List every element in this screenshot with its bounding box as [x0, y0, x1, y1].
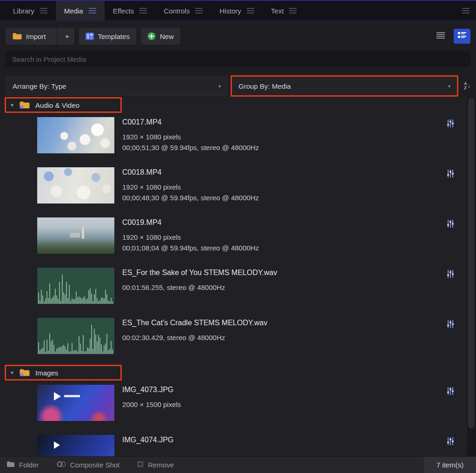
new-button[interactable]: New	[141, 28, 180, 45]
media-thumbnail[interactable]	[37, 268, 114, 304]
media-detail: 00;00;48;30 @ 59.94fps, stereo @ 48000Hz	[122, 192, 259, 203]
clip-settings-icon[interactable]	[447, 387, 454, 397]
clip-settings-icon[interactable]	[447, 320, 454, 330]
media-thumbnail[interactable]	[37, 217, 114, 254]
tab-menu-icon[interactable]	[289, 8, 297, 13]
group-by-dropdown[interactable]: Group By: Media ▾	[231, 76, 457, 96]
group-header-audio-video[interactable]: ▾ Audio & Video	[0, 97, 467, 113]
clip-settings-icon[interactable]	[447, 169, 454, 180]
panel-tab-bar: LibraryMediaEffectsControlsHistoryText	[0, 0, 476, 21]
group-label: Audio & Video	[35, 101, 79, 109]
media-meta: C0017.MP41920 × 1080 pixels00;00;51;30 @…	[122, 117, 259, 164]
group-label: Images	[35, 369, 58, 377]
group-header-images[interactable]: ▾ Images	[0, 364, 467, 381]
media-item-es-the-cat-s-cradle-stems-melody-wav[interactable]: ES_The Cat's Cradle STEMS MELODY.wav00:0…	[0, 314, 467, 364]
annotation-box-audio-video: ▾ Audio & Video	[5, 97, 122, 113]
chevron-down-icon: ▾	[218, 84, 221, 89]
clip-settings-icon[interactable]	[447, 119, 454, 130]
group-folder-icon	[19, 101, 30, 109]
clip-settings-icon[interactable]	[447, 437, 454, 447]
media-item-img-4074-jpg[interactable]: IMG_4074.JPG	[0, 431, 467, 456]
tab-history[interactable]: History	[211, 1, 263, 20]
disclosure-triangle-icon[interactable]: ▾	[11, 102, 13, 108]
sort-az-button[interactable]: AZ ↓	[461, 76, 473, 96]
scrollbar[interactable]	[467, 97, 476, 456]
media-name: C0017.MP4	[122, 118, 259, 126]
media-thumbnail[interactable]	[37, 167, 114, 204]
list-view-icon	[436, 32, 445, 40]
tab-label: Controls	[164, 7, 190, 15]
clip-settings-icon[interactable]	[447, 269, 454, 280]
filter-row: Arrange By: Type ▾ Group By: Media ▾ AZ …	[0, 76, 476, 96]
media-list: ▾ Audio & VideoC0017.MP41920 × 1080 pixe…	[0, 97, 476, 456]
tab-menu-icon[interactable]	[195, 8, 203, 13]
tab-label: Text	[271, 7, 284, 15]
detail-view-button[interactable]	[454, 29, 470, 44]
media-detail: 00:01:56.255, stereo @ 48000Hz	[122, 282, 277, 293]
import-main[interactable]: Import	[6, 28, 53, 45]
detail-view-icon	[458, 32, 466, 40]
templates-button[interactable]: Templates	[79, 28, 136, 45]
tab-menu-icon[interactable]	[89, 8, 96, 13]
media-item-es-for-the-sake-of-you-stems-melody-wav[interactable]: ES_For the Sake of You STEMS MELODY.wav0…	[0, 264, 467, 314]
media-meta: IMG_4073.JPG2000 × 1500 pixels	[122, 385, 181, 431]
media-detail: 00:02:30.429, stereo @ 48000Hz	[122, 332, 267, 343]
media-meta: ES_For the Sake of You STEMS MELODY.wav0…	[122, 268, 277, 314]
media-meta: C0018.MP41920 × 1080 pixels00;00;48;30 @…	[122, 167, 259, 214]
media-thumbnail[interactable]	[37, 117, 114, 153]
search-bar	[6, 51, 470, 67]
import-button[interactable]: Import ▶	[6, 28, 74, 45]
media-thumbnail[interactable]	[37, 435, 114, 456]
tab-menu-icon[interactable]	[139, 8, 147, 13]
composite-shot-icon	[57, 461, 66, 469]
group-by-label: Group By: Media	[238, 82, 443, 90]
tab-label: Library	[13, 7, 34, 15]
import-submenu-arrow-icon[interactable]: ▶	[61, 28, 74, 45]
media-item-img-4073-jpg[interactable]: IMG_4073.JPG2000 × 1500 pixels	[0, 381, 467, 431]
arrange-by-dropdown[interactable]: Arrange By: Type ▾	[6, 76, 228, 96]
media-name: IMG_4073.JPG	[122, 386, 181, 394]
media-name: ES_The Cat's Cradle STEMS MELODY.wav	[122, 319, 267, 327]
media-item-c0017-mp4[interactable]: C0017.MP41920 × 1080 pixels00;00;51;30 @…	[0, 113, 467, 164]
clip-settings-icon[interactable]	[447, 219, 454, 230]
tab-controls[interactable]: Controls	[155, 1, 211, 20]
folder-button[interactable]: Folder	[7, 461, 39, 469]
remove-label: Remove	[148, 461, 174, 469]
tab-text[interactable]: Text	[263, 1, 305, 20]
templates-icon	[86, 33, 94, 40]
sort-az-icon: AZ	[464, 82, 467, 90]
media-name: IMG_4074.JPG	[122, 436, 173, 444]
composite-shot-button[interactable]: Composite Shot	[57, 461, 120, 469]
item-count: 7 item(s)	[424, 457, 476, 473]
panel-menu-icon[interactable]	[462, 8, 469, 13]
media-item-c0018-mp4[interactable]: C0018.MP41920 × 1080 pixels00;00;48;30 @…	[0, 164, 467, 214]
tab-effects[interactable]: Effects	[105, 1, 156, 20]
remove-button[interactable]: Remove	[137, 461, 174, 469]
media-name: C0019.MP4	[122, 218, 259, 227]
tab-label: Effects	[113, 7, 134, 15]
tab-menu-icon[interactable]	[247, 8, 254, 13]
group-folder-icon	[19, 368, 30, 377]
tab-menu-icon[interactable]	[40, 8, 47, 13]
media-meta: IMG_4074.JPG	[122, 435, 173, 456]
new-plus-icon	[147, 32, 156, 40]
footer-bar: Folder Composite Shot Remove 7 item(s)	[0, 456, 476, 473]
media-detail: 1920 × 1080 pixels	[122, 182, 259, 192]
media-name: ES_For the Sake of You STEMS MELODY.wav	[122, 269, 277, 277]
media-meta: ES_The Cat's Cradle STEMS MELODY.wav00:0…	[122, 318, 267, 364]
tab-media[interactable]: Media	[56, 1, 105, 20]
tab-label: History	[219, 7, 241, 15]
media-thumbnail[interactable]	[37, 318, 114, 354]
scrollbar-thumb[interactable]	[468, 98, 475, 428]
media-meta: C0019.MP41920 × 1080 pixels00;01;08;04 @…	[122, 217, 259, 264]
disclosure-triangle-icon[interactable]: ▾	[11, 369, 13, 376]
media-thumbnail[interactable]	[37, 385, 114, 421]
media-item-c0019-mp4[interactable]: C0019.MP41920 × 1080 pixels00;01;08;04 @…	[0, 214, 467, 264]
list-view-button[interactable]	[432, 29, 449, 44]
tab-library[interactable]: Library	[5, 1, 56, 20]
chevron-down-icon: ▾	[448, 84, 450, 89]
folder-button-label: Folder	[19, 461, 39, 469]
tab-label: Media	[64, 7, 83, 15]
templates-label: Templates	[98, 33, 130, 40]
search-input[interactable]	[6, 55, 470, 63]
